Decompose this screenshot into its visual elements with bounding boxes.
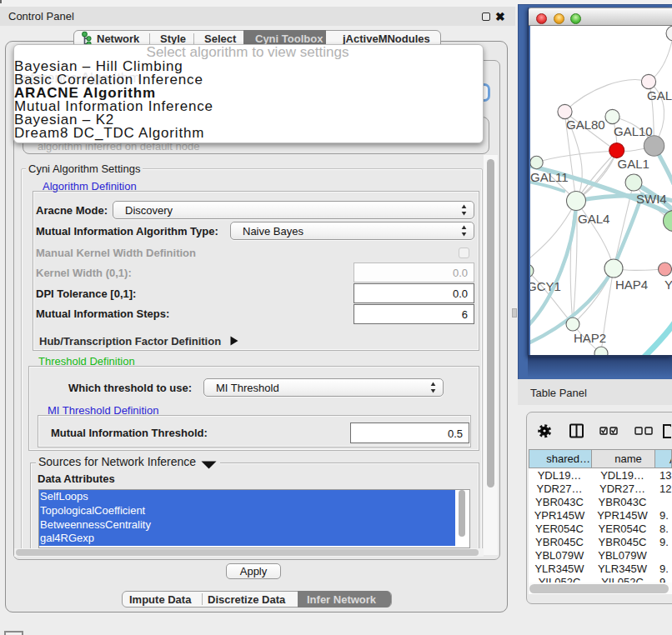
svg-text:HAP4: HAP4 (615, 278, 648, 292)
svg-text:GAL10: GAL10 (614, 124, 653, 138)
svg-text:HAP2: HAP2 (574, 331, 606, 345)
svg-text:GCY1: GCY1 (530, 279, 561, 293)
svg-text:GAL4: GAL4 (578, 212, 609, 226)
svg-text:GAL11: GAL11 (530, 170, 569, 184)
svg-text:GAL7: GAL7 (647, 88, 672, 102)
svg-text:Y: Y (664, 278, 672, 292)
svg-text:SWI4: SWI4 (636, 192, 667, 206)
svg-text:GAL1: GAL1 (618, 157, 649, 171)
svg-text:GAL80: GAL80 (566, 118, 605, 132)
